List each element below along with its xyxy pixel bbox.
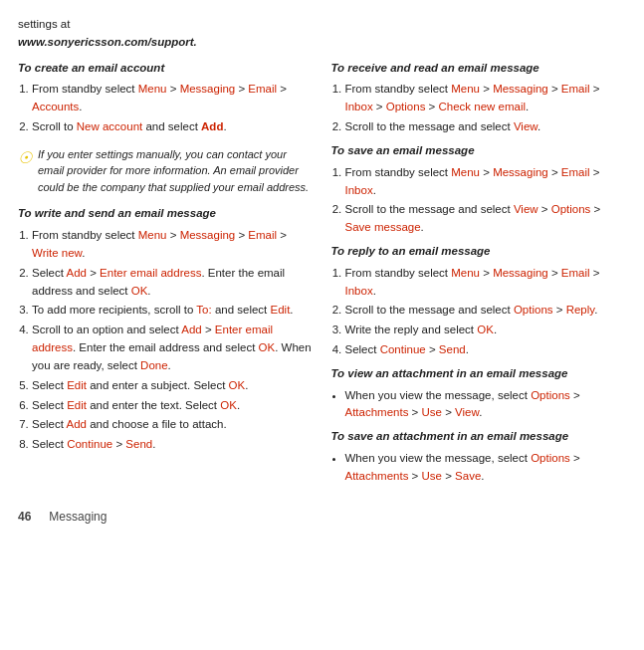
tip-icon: ☉	[18, 146, 32, 170]
link-messaging: Messaging	[493, 83, 548, 95]
list-item: Select Edit and enter a subject. Select …	[32, 377, 314, 395]
link-send: Send	[439, 343, 466, 355]
list-item: Select Continue > Send.	[32, 436, 314, 454]
link-add: Add	[201, 120, 223, 132]
save-attachment-bullets: When you view the message, select Option…	[331, 450, 627, 486]
link-messaging: Messaging	[493, 267, 548, 279]
link-options: Options	[531, 389, 570, 401]
link-add: Add	[67, 267, 87, 279]
link-email: Email	[248, 229, 277, 241]
link-email: Email	[561, 166, 590, 178]
link-attachments: Attachments	[345, 406, 409, 418]
link-email: Email	[248, 83, 277, 95]
view-attachment-bullets: When you view the message, select Option…	[331, 387, 627, 423]
section-write-email-title: To write and send an email message	[18, 205, 314, 223]
list-item: Select Add > Enter email address. Enter …	[32, 265, 314, 301]
link-view: View	[514, 120, 537, 132]
main-columns: To create an email account From standby …	[18, 60, 626, 492]
link-save-message: Save message	[345, 221, 421, 233]
link-continue: Continue	[380, 343, 426, 355]
list-item: When you view the message, select Option…	[345, 387, 627, 423]
list-item: Select Continue > Send.	[345, 341, 627, 359]
list-item: Scroll to an option and select Add > Ent…	[32, 322, 314, 374]
link-done: Done	[140, 359, 168, 371]
tip-box: ☉ If you enter settings manually, you ca…	[18, 146, 314, 196]
section-save-email-title: To save an email message	[331, 142, 627, 160]
link-inbox: Inbox	[345, 184, 373, 196]
section-receive-email-title: To receive and read an email message	[331, 60, 627, 78]
section-write-email: To write and send an email message From …	[18, 205, 314, 454]
list-item: Select Edit and enter the text. Select O…	[32, 397, 314, 415]
intro-url: www.sonyericsson.com/support.	[18, 36, 197, 48]
link-menu: Menu	[451, 267, 480, 279]
link-messaging: Messaging	[180, 83, 236, 95]
link-menu: Menu	[138, 229, 167, 241]
link-menu: Menu	[451, 83, 480, 95]
link-ok3: OK	[229, 379, 246, 391]
footer: 46 Messaging	[18, 510, 626, 524]
save-email-steps: From standby select Menu > Messaging > E…	[331, 164, 627, 237]
link-send: Send	[125, 438, 152, 450]
link-inbox: Inbox	[345, 101, 373, 112]
link-ok: OK	[131, 285, 148, 297]
link-save: Save	[455, 470, 481, 482]
link-edit3: Edit	[67, 399, 87, 411]
section-view-attachment: To view an attachment in an email messag…	[331, 365, 627, 422]
link-enter-email2: Enter email address	[32, 324, 273, 353]
link-use: Use	[422, 470, 442, 482]
page-wrapper: settings at www.sonyericsson.com/support…	[18, 16, 626, 524]
link-email: Email	[561, 267, 590, 279]
link-messaging: Messaging	[493, 166, 548, 178]
link-options: Options	[531, 452, 570, 464]
create-email-steps: From standby select Menu > Messaging > E…	[18, 81, 314, 135]
link-options: Options	[551, 203, 591, 215]
section-view-attachment-title: To view an attachment in an email messag…	[331, 365, 627, 383]
left-column: To create an email account From standby …	[18, 60, 314, 492]
link-continue: Continue	[67, 438, 112, 450]
list-item: Scroll to the message and select View > …	[345, 201, 627, 237]
link-write-new: Write new	[32, 247, 82, 259]
footer-section: Messaging	[49, 510, 107, 524]
tip-text: If you enter settings manually, you can …	[38, 146, 314, 196]
link-edit2: Edit	[67, 379, 87, 391]
list-item: Scroll to the message and select Options…	[345, 302, 627, 320]
list-item: From standby select Menu > Messaging > E…	[345, 265, 627, 301]
link-attachments: Attachments	[345, 470, 409, 482]
link-to: To:	[196, 304, 211, 316]
list-item: Select Add and choose a file to attach.	[32, 416, 314, 434]
link-edit: Edit	[271, 304, 291, 316]
reply-email-steps: From standby select Menu > Messaging > E…	[331, 265, 627, 359]
section-create-email: To create an email account From standby …	[18, 60, 314, 196]
link-options: Options	[514, 304, 553, 316]
link-options: Options	[386, 101, 426, 112]
list-item: From standby select Menu > Messaging > E…	[32, 81, 314, 116]
link-reply: Reply	[566, 304, 595, 316]
link-menu: Menu	[451, 166, 480, 178]
list-item: From standby select Menu > Messaging > E…	[32, 227, 314, 263]
intro-text: settings at www.sonyericsson.com/support…	[18, 16, 626, 52]
section-reply-email-title: To reply to an email message	[331, 243, 627, 261]
link-menu: Menu	[138, 83, 167, 95]
list-item: When you view the message, select Option…	[345, 450, 627, 486]
intro-settings: settings at	[18, 18, 70, 30]
section-reply-email: To reply to an email message From standb…	[331, 243, 627, 359]
list-item: Scroll to New account and select Add.	[32, 118, 314, 136]
section-save-attachment: To save an attachment in an email messag…	[331, 428, 627, 485]
link-ok2: OK	[259, 341, 276, 353]
list-item: Scroll to the message and select View.	[345, 118, 627, 136]
link-check-new-email: Check new email	[439, 101, 527, 112]
list-item: From standby select Menu > Messaging > E…	[345, 81, 627, 116]
section-save-attachment-title: To save an attachment in an email messag…	[331, 428, 627, 446]
link-enter-email: Enter email address	[100, 267, 201, 279]
link-add2: Add	[67, 418, 87, 430]
section-receive-email: To receive and read an email message Fro…	[331, 60, 627, 136]
link-accounts: Accounts	[32, 101, 79, 112]
write-email-steps: From standby select Menu > Messaging > E…	[18, 227, 314, 454]
link-view: View	[514, 203, 538, 215]
link-email: Email	[561, 83, 590, 95]
section-create-email-title: To create an email account	[18, 60, 314, 78]
list-item: Write the reply and select OK.	[345, 322, 627, 339]
list-item: To add more recipients, scroll to To: an…	[32, 302, 314, 320]
receive-email-steps: From standby select Menu > Messaging > E…	[331, 81, 627, 135]
link-use: Use	[422, 406, 442, 418]
